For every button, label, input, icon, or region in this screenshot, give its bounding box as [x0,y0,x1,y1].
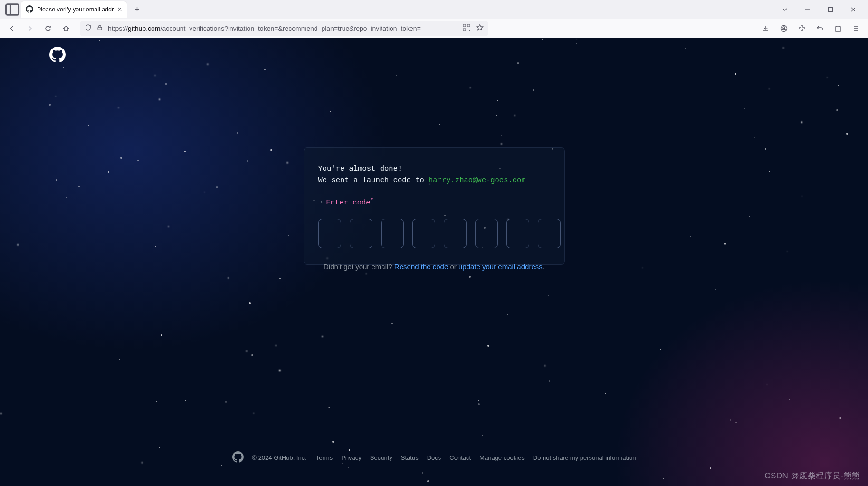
downloads-icon[interactable] [758,21,774,36]
nav-home-icon[interactable] [58,21,74,36]
tabs-dropdown-icon[interactable] [774,1,796,18]
code-digit-1[interactable] [318,219,341,248]
code-inputs [318,219,550,248]
code-digit-7[interactable] [506,219,529,248]
bookmark-star-icon[interactable] [476,24,484,33]
code-digit-5[interactable] [444,219,467,248]
tab-title: Please verify your email addr [37,6,114,13]
verify-card: You're almost done! We sent a launch cod… [304,147,565,265]
card-subtext: We sent a launch code to harry.zhao@we-g… [318,175,550,186]
window-maximize-icon[interactable] [820,1,841,18]
code-digit-4[interactable] [412,219,435,248]
under-card-text: Didn't get your email? Resend the code o… [324,262,544,271]
svg-rect-8 [467,24,470,27]
tab-close-icon[interactable]: × [117,5,122,14]
prompt-label: Enter code* [326,196,374,208]
qr-icon[interactable] [463,24,470,33]
update-email-link[interactable]: update your email address [458,262,543,271]
shield-icon[interactable] [85,24,92,33]
svg-point-13 [783,27,785,29]
svg-rect-3 [829,8,833,12]
account-icon[interactable] [776,21,792,36]
svg-rect-10 [467,29,468,29]
footer-link[interactable]: Privacy [341,454,362,461]
footer-link[interactable]: Do not share my personal information [533,454,636,461]
nav-forward-icon [22,21,38,36]
clip-icon[interactable] [830,21,846,36]
svg-rect-0 [6,4,19,15]
resend-link[interactable]: Resend the code [394,262,448,271]
footer-link[interactable]: Docs [427,454,441,461]
prompt-row: → Enter code* [318,196,550,208]
undo-icon[interactable] [812,21,828,36]
lock-icon[interactable] [96,24,103,33]
github-logo-icon[interactable] [49,47,66,63]
window-close-icon[interactable] [842,1,864,18]
app-menu-icon[interactable] [848,21,864,36]
footer-link[interactable]: Manage cookies [479,454,525,461]
url-text: https://github.com/account_verifications… [108,25,458,32]
extensions-icon[interactable] [794,21,810,36]
footer-link[interactable]: Status [401,454,419,461]
arrow-icon: → [318,197,323,208]
email-address: harry.zhao@we-goes.com [429,176,526,185]
page-footer: © 2024 GitHub, Inc. TermsPrivacySecurity… [232,451,636,464]
watermark-text: CSDN @废柴程序员-熊熊 [764,470,860,481]
copyright-text: © 2024 GitHub, Inc. [252,454,306,461]
svg-rect-11 [469,30,470,31]
nav-reload-icon[interactable] [40,21,56,36]
code-digit-6[interactable] [475,219,498,248]
nav-back-icon[interactable] [4,21,20,36]
code-digit-2[interactable] [350,219,372,248]
svg-rect-9 [463,29,466,31]
footer-link[interactable]: Contact [449,454,471,461]
footer-link[interactable]: Security [370,454,392,461]
new-tab-button[interactable]: + [130,2,145,17]
code-digit-3[interactable] [381,219,404,248]
svg-rect-7 [463,24,466,27]
address-bar[interactable]: https://github.com/account_verifications… [80,21,488,36]
svg-rect-6 [98,27,102,30]
sidebar-toggle-icon[interactable] [4,2,21,17]
window-minimize-icon[interactable] [797,1,819,18]
footer-link[interactable]: Terms [316,454,333,461]
card-heading: You're almost done! [318,163,550,175]
browser-tab-strip: Please verify your email addr × + [0,0,868,19]
browser-toolbar: https://github.com/account_verifications… [0,19,868,38]
github-mark-icon[interactable] [232,451,243,464]
browser-tab[interactable]: Please verify your email addr × [21,1,127,18]
github-favicon-icon [26,5,33,14]
page-viewport: You're almost done! We sent a launch cod… [0,38,868,486]
code-digit-8[interactable] [538,219,561,248]
